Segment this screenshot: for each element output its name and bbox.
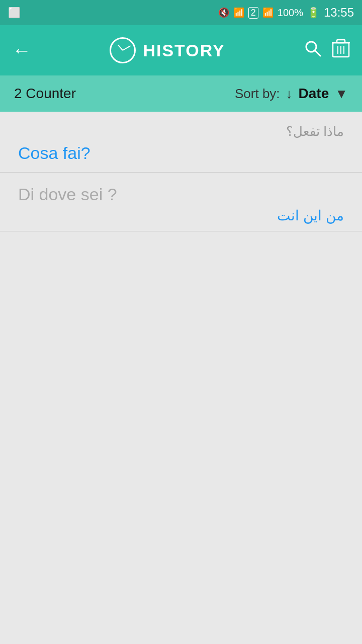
delete-history-button[interactable] bbox=[332, 38, 350, 63]
wifi-icon: 📶 bbox=[233, 7, 244, 18]
app-bar-title: HISTORY bbox=[143, 41, 225, 60]
svg-rect-4 bbox=[337, 40, 345, 43]
history-item-2-translation: من اين انت bbox=[18, 207, 344, 224]
divider-2 bbox=[0, 231, 362, 231]
svg-line-1 bbox=[315, 51, 320, 56]
sort-date-label: Date bbox=[299, 86, 329, 102]
sort-direction-icon: ↓ bbox=[286, 86, 293, 102]
history-list: ماذا تفعل؟ Cosa fai? Di dove sei ? من اي… bbox=[0, 112, 362, 231]
back-button[interactable]: ← bbox=[12, 41, 31, 60]
status-left-icons: ⬜ bbox=[8, 7, 21, 19]
counter-label: 2 Counter bbox=[14, 86, 76, 102]
search-button[interactable] bbox=[304, 39, 322, 62]
history-item-1[interactable]: ماذا تفعل؟ Cosa fai? bbox=[0, 112, 362, 163]
signal-icon: 📶 bbox=[262, 7, 274, 18]
app-bar: ← HISTORY bbox=[0, 25, 362, 75]
sort-section[interactable]: Sort by: ↓ Date ▼ bbox=[235, 86, 348, 102]
history-item-2-source: Di dove sei ? bbox=[18, 185, 344, 204]
app-bar-action-icons bbox=[304, 38, 350, 63]
mute-icon: 🔇 bbox=[218, 7, 229, 18]
clock-time: 13:55 bbox=[324, 6, 354, 20]
status-bar: ⬜ 🔇 📶 2 📶 100% 🔋 13:55 bbox=[0, 0, 362, 25]
sort-dropdown-icon[interactable]: ▼ bbox=[335, 86, 348, 102]
app-bar-center: HISTORY bbox=[110, 37, 225, 63]
filter-bar: 2 Counter Sort by: ↓ Date ▼ bbox=[0, 75, 362, 112]
battery-label: 100% bbox=[278, 7, 303, 19]
battery-icon: 🔋 bbox=[307, 7, 320, 19]
history-clock-icon bbox=[110, 37, 136, 63]
sim2-badge: 2 bbox=[248, 7, 258, 19]
status-right-icons: 🔇 📶 2 📶 100% 🔋 13:55 bbox=[218, 6, 354, 20]
screen-icon: ⬜ bbox=[8, 7, 21, 19]
sort-by-label: Sort by: bbox=[235, 86, 280, 102]
history-item-2[interactable]: Di dove sei ? من اين انت bbox=[0, 173, 362, 224]
clock-minute-hand bbox=[123, 45, 131, 51]
history-item-1-source: Cosa fai? bbox=[18, 143, 344, 163]
history-item-1-translation: ماذا تفعل؟ bbox=[18, 124, 344, 139]
